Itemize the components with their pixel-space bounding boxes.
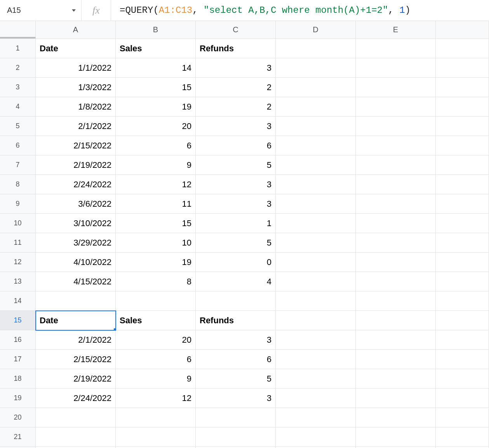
cell-D15[interactable] [276, 311, 356, 330]
cell-B10[interactable]: 15 [116, 214, 196, 233]
cell-E17[interactable] [356, 350, 436, 369]
name-box[interactable]: A15 [0, 0, 82, 21]
cell-F6[interactable] [436, 136, 489, 155]
cell-E10[interactable] [356, 214, 436, 233]
cell-B9[interactable]: 11 [116, 194, 196, 214]
cell-E15[interactable] [356, 311, 436, 330]
cell-C20[interactable] [196, 408, 276, 427]
cell-F20[interactable] [436, 408, 489, 427]
cell-E13[interactable] [356, 272, 436, 291]
cell-D13[interactable] [276, 272, 356, 291]
row-header-14[interactable]: 14 [0, 291, 36, 311]
col-header-A[interactable]: A [36, 21, 116, 38]
cell-B17[interactable]: 6 [116, 350, 196, 369]
cell-D17[interactable] [276, 350, 356, 369]
cell-F9[interactable] [436, 194, 489, 214]
cell-C13[interactable]: 4 [196, 272, 276, 291]
cell-A4[interactable]: 1/8/2022 [36, 97, 116, 117]
row-header-3[interactable]: 3 [0, 78, 36, 97]
cell-C12[interactable]: 0 [196, 253, 276, 272]
cell-A2[interactable]: 1/1/2022 [36, 58, 116, 78]
cell-D5[interactable] [276, 117, 356, 136]
cell-F12[interactable] [436, 253, 489, 272]
cell-A1[interactable]: Date [36, 39, 116, 58]
cell-B19[interactable]: 12 [116, 389, 196, 408]
row-header-21[interactable]: 21 [0, 427, 36, 447]
cell-D1[interactable] [276, 39, 356, 58]
cell-A10[interactable]: 3/10/2022 [36, 214, 116, 233]
cell-F10[interactable] [436, 214, 489, 233]
cell-F18[interactable] [436, 369, 489, 389]
col-header-B[interactable]: B [116, 21, 196, 38]
row-header-1[interactable]: 1 [0, 39, 36, 58]
cell-F8[interactable] [436, 175, 489, 194]
cell-E14[interactable] [356, 291, 436, 311]
cell-E2[interactable] [356, 58, 436, 78]
cell-D21[interactable] [276, 427, 356, 447]
row-header-4[interactable]: 4 [0, 97, 36, 117]
cell-D6[interactable] [276, 136, 356, 155]
cell-C7[interactable]: 5 [196, 155, 276, 175]
row-header-11[interactable]: 11 [0, 233, 36, 253]
cell-E20[interactable] [356, 408, 436, 427]
cell-A16[interactable]: 2/1/2022 [36, 330, 116, 350]
cell-D11[interactable] [276, 233, 356, 253]
cell-B7[interactable]: 9 [116, 155, 196, 175]
cell-E1[interactable] [356, 39, 436, 58]
cell-A12[interactable]: 4/10/2022 [36, 253, 116, 272]
cell-A15[interactable]: Date [36, 311, 116, 330]
cell-F16[interactable] [436, 330, 489, 350]
cell-C5[interactable]: 3 [196, 117, 276, 136]
cell-F2[interactable] [436, 58, 489, 78]
cell-B13[interactable]: 8 [116, 272, 196, 291]
cell-D12[interactable] [276, 253, 356, 272]
cell-A19[interactable]: 2/24/2022 [36, 389, 116, 408]
cell-A9[interactable]: 3/6/2022 [36, 194, 116, 214]
cell-F13[interactable] [436, 272, 489, 291]
cell-B8[interactable]: 12 [116, 175, 196, 194]
cell-C11[interactable]: 5 [196, 233, 276, 253]
cell-A14[interactable] [36, 291, 116, 311]
cell-C3[interactable]: 2 [196, 78, 276, 97]
cell-B11[interactable]: 10 [116, 233, 196, 253]
cell-A20[interactable] [36, 408, 116, 427]
col-header-E[interactable]: E [356, 21, 436, 38]
cell-E7[interactable] [356, 155, 436, 175]
cell-E5[interactable] [356, 117, 436, 136]
cell-E12[interactable] [356, 253, 436, 272]
cell-B16[interactable]: 20 [116, 330, 196, 350]
row-header-12[interactable]: 12 [0, 253, 36, 272]
cell-E16[interactable] [356, 330, 436, 350]
cell-C2[interactable]: 3 [196, 58, 276, 78]
cell-B6[interactable]: 6 [116, 136, 196, 155]
col-header-extra[interactable] [436, 21, 489, 38]
cell-C18[interactable]: 5 [196, 369, 276, 389]
row-header-7[interactable]: 7 [0, 155, 36, 175]
cell-D7[interactable] [276, 155, 356, 175]
cell-B14[interactable] [116, 291, 196, 311]
chevron-down-icon[interactable] [72, 9, 76, 12]
cell-D8[interactable] [276, 175, 356, 194]
row-header-10[interactable]: 10 [0, 214, 36, 233]
cell-E18[interactable] [356, 369, 436, 389]
cell-C1[interactable]: Refunds [196, 39, 276, 58]
cell-D10[interactable] [276, 214, 356, 233]
cell-B15[interactable]: Sales [116, 311, 196, 330]
cell-C9[interactable]: 3 [196, 194, 276, 214]
cell-F3[interactable] [436, 78, 489, 97]
cell-F7[interactable] [436, 155, 489, 175]
row-header-19[interactable]: 19 [0, 389, 36, 408]
cell-D20[interactable] [276, 408, 356, 427]
row-header-9[interactable]: 9 [0, 194, 36, 214]
cell-F17[interactable] [436, 350, 489, 369]
formula-input[interactable]: =QUERY(A1:C13, "select A,B,C where month… [111, 0, 489, 21]
cell-C8[interactable]: 3 [196, 175, 276, 194]
cell-D14[interactable] [276, 291, 356, 311]
cell-F19[interactable] [436, 389, 489, 408]
cell-E6[interactable] [356, 136, 436, 155]
cell-C16[interactable]: 3 [196, 330, 276, 350]
cell-A7[interactable]: 2/19/2022 [36, 155, 116, 175]
cell-A6[interactable]: 2/15/2022 [36, 136, 116, 155]
cell-F11[interactable] [436, 233, 489, 253]
cell-E3[interactable] [356, 78, 436, 97]
